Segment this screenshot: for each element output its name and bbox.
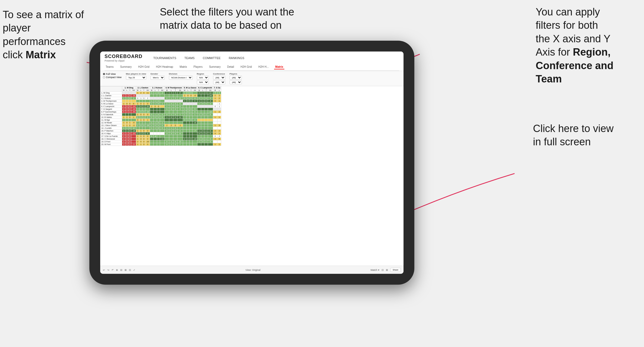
filter-conference-label: Conference (213, 73, 225, 75)
sub-t2: T (142, 89, 145, 92)
check-icon[interactable]: ✓ (133, 269, 135, 271)
row-label-19: 19. D Ford (100, 140, 122, 143)
row-label-10: 10. B Valdes (100, 116, 122, 119)
table-row: 4. M Thorbjornsen 100 1010 110-6 01 (100, 100, 221, 102)
filter-players-select-1[interactable]: (All) (230, 76, 242, 80)
filter-region-label: Region (197, 73, 209, 75)
nav-committee[interactable]: COMMITTEE (203, 56, 221, 60)
filter-max-players: Max players in view Top 25 (126, 73, 146, 80)
filter-division-select[interactable]: NCAA Division I (169, 76, 193, 80)
sub-l7: L (217, 89, 221, 92)
table-row: 16. K Vilips 210-25 2204 3308 0100 91 (100, 132, 221, 135)
table-row: 5. M La Sasso 1006 1010 1101 1006 1003 1 (100, 102, 221, 105)
sub-w3: W (150, 89, 154, 92)
ann-right-l1: You can apply (536, 6, 600, 18)
filter-region-select-1[interactable]: N/A (197, 76, 209, 80)
filter-conference-select-2[interactable]: (All) (213, 80, 225, 84)
table-row: 11. M Ege 0101 0104 (100, 119, 221, 121)
tab-h2h-heatmap[interactable]: H2H Heatmap (155, 65, 174, 69)
table-row: 1. W Ding 12011 110-2 12017 130 01013 90 (100, 92, 221, 94)
fullscreen-icon[interactable]: ⊡ (382, 269, 384, 271)
sub-l5: L (186, 89, 189, 92)
zoom-out-icon[interactable]: ⊟ (120, 269, 122, 271)
row-label-17: 17. S De La Fuente (100, 135, 122, 138)
brand-row: SCOREBOARD Powered by clippd TOURNAMENTS… (105, 54, 399, 62)
filter-players-select-2[interactable]: (All) (230, 80, 242, 84)
tab-summary2[interactable]: Summary (208, 65, 222, 69)
col-header-4: 4. M Thorbjornsen (165, 86, 183, 89)
nav-teams[interactable]: TEAMS (184, 56, 195, 60)
sub-d6: Dif (208, 89, 213, 92)
undo-icon[interactable]: ↩ (103, 269, 105, 271)
sub-d1: Dif (131, 89, 136, 92)
col-header-1: 1. W Ding (122, 86, 136, 89)
annotation-left: To see a matrix of player performances c… (3, 8, 95, 62)
main-nav: TOURNAMENTS TEAMS COMMITTEE RANKINGS (153, 56, 244, 60)
matrix-container[interactable]: 1. W Ding 2. L Clanton 3. J Koivun 4. M … (100, 86, 404, 262)
fit-icon[interactable]: ⊞ (125, 269, 127, 271)
table-row: 20. M Ford 331-11 1100 0107 11 (100, 143, 221, 146)
table-row: 14. J Lundin 11010 1100 1107 (100, 127, 221, 130)
row-label-18: 18. C Sherwood (100, 138, 122, 140)
radio-full-view[interactable]: Full View (103, 73, 122, 75)
toolbar-left: ↩ ↪ ↶ ⊕ ⊟ ⊞ ⊡ ✓ (103, 269, 135, 271)
sub-d4: Dif (177, 89, 183, 92)
tab-detail[interactable]: Detail (226, 65, 235, 69)
col-header-6: 6. C Lamprecht (197, 86, 213, 89)
sub-t3: T (157, 89, 160, 92)
filter-region-select-2[interactable]: N/A (197, 80, 209, 84)
ann-br-l1: Click here to view (533, 123, 614, 134)
filter-gender-label: Gender (151, 73, 165, 75)
tab-players[interactable]: Players (193, 65, 204, 69)
share-button[interactable]: Share (390, 268, 401, 272)
zoom-in-icon[interactable]: ⊕ (116, 269, 118, 271)
screen-header: SCOREBOARD Powered by clippd TOURNAMENTS… (100, 52, 404, 71)
row-label-16: 16. K Vilips (100, 132, 122, 135)
ann-right-l5: Conference and (536, 60, 613, 71)
filter-conference-select-1[interactable]: (All) (213, 76, 225, 80)
row-label-4: 4. M Thorbjornsen (100, 100, 122, 102)
tab-h2h-grid[interactable]: H2H Grid (137, 65, 151, 69)
col-header-2: 2. L Clanton (136, 86, 150, 89)
tab-matrix-left[interactable]: Matrix (178, 65, 188, 69)
ann-left-line2: player performances (3, 22, 66, 47)
sub-d2: Dif (145, 89, 150, 92)
table-row: 6. C Lamprecht 100-16 24124 100 1106 01 (100, 105, 221, 108)
radio-full-view-dot (103, 73, 105, 75)
tab-h2h-h[interactable]: H2H H... (257, 65, 270, 69)
tab-matrix-active[interactable]: Matrix (274, 65, 284, 69)
grid-icon[interactable]: ⊡ (129, 269, 131, 271)
tablet-screen: SCOREBOARD Powered by clippd TOURNAMENTS… (100, 52, 404, 274)
redo-icon[interactable]: ↪ (107, 269, 109, 271)
filter-division-label: Division (169, 73, 193, 75)
nav-rankings[interactable]: RANKINGS (229, 56, 244, 60)
sub-t1: T (128, 89, 131, 92)
row-label-5: 5. M La Sasso (100, 102, 122, 105)
share-icon[interactable]: ⊞ (386, 269, 388, 271)
row-label-12: 12. M Riedel (100, 121, 122, 124)
tablet-device: SCOREBOARD Powered by clippd TOURNAMENTS… (89, 41, 414, 285)
filter-conference: Conference (All) (All) (213, 73, 225, 84)
ann-right-l3: the X axis and Y (536, 33, 610, 44)
sub-d3: Dif (160, 89, 165, 92)
row-label-20: 20. M Ford (100, 143, 122, 146)
matrix-table: 1. W Ding 2. L Clanton 3. J Koivun 4. M … (100, 86, 221, 146)
filter-region: Region N/A N/A (197, 73, 209, 84)
radio-compact-view[interactable]: Compact View (103, 76, 122, 79)
tab-summary[interactable]: Summary (119, 65, 133, 69)
filter-gender-select[interactable]: Men's (151, 76, 165, 80)
col-header-3: 3. J Koivun (150, 86, 165, 89)
sub-l2: L (139, 89, 142, 92)
table-row: 10. B Valdes 1101 0110 1010 10011 11 (100, 116, 221, 119)
ann-right-l4b: Region, (573, 46, 610, 58)
filter-max-players-select[interactable]: Top 25 (126, 76, 146, 80)
sub-nav: Teams Summary H2H Grid H2H Heatmap Matri… (105, 64, 399, 71)
nav-tournaments[interactable]: TOURNAMENTS (153, 56, 176, 60)
tab-h2h-grid2[interactable]: H2H Grid (239, 65, 253, 69)
sub-l4: L (169, 89, 173, 92)
watch-button[interactable]: Watch ▾ (370, 269, 379, 271)
tab-teams[interactable]: Teams (105, 65, 115, 69)
refresh-icon[interactable]: ↶ (112, 269, 114, 271)
brand: SCOREBOARD Powered by clippd (105, 54, 142, 62)
filter-players: Players (All) (All) (230, 73, 242, 84)
